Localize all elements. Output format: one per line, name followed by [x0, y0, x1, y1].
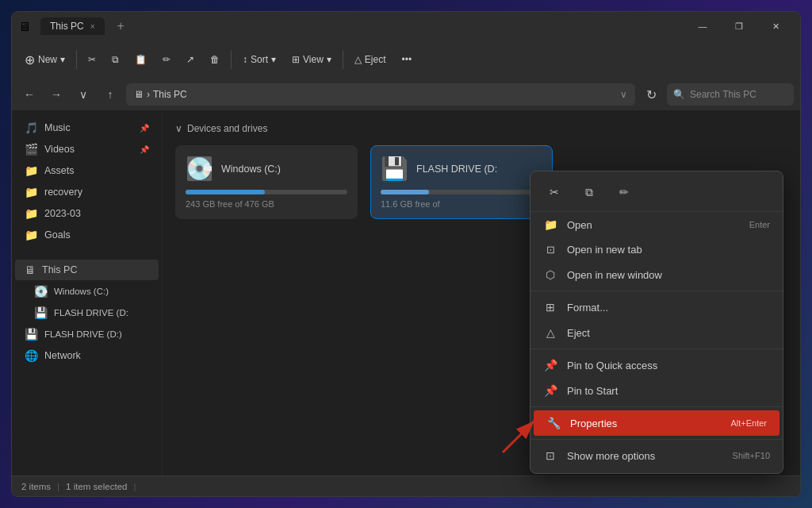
- new-button[interactable]: ⊕ New ▾: [18, 48, 71, 72]
- drive-card-windows-c[interactable]: 💽 Windows (C:) 243 GB free of 476 GB: [175, 145, 358, 219]
- ctx-open-new-tab[interactable]: ⊡ Open in new tab: [530, 237, 783, 262]
- music-icon: 🎵: [25, 121, 38, 134]
- delete-button[interactable]: 🗑: [204, 49, 226, 70]
- recovery-icon: 📁: [25, 186, 38, 198]
- sidebar-item-flash-d-2[interactable]: 💾 FLASH DRIVE (D:): [15, 324, 159, 344]
- ctx-open-new-window[interactable]: ⬡ Open in new window: [530, 262, 783, 287]
- sidebar-label-windows-c: Windows (C:): [54, 287, 109, 296]
- search-icon: 🔍: [673, 89, 685, 100]
- forward-icon: →: [51, 88, 62, 101]
- context-toolbar: ✂ ⧉ ✏: [530, 176, 783, 212]
- maximize-btn[interactable]: ❐: [721, 14, 757, 38]
- up-button[interactable]: ↑: [99, 83, 121, 106]
- cut-button[interactable]: ✂: [82, 49, 102, 70]
- ctx-properties[interactable]: 🔧 Properties Alt+Enter: [534, 410, 779, 436]
- sidebar-item-assets[interactable]: 📁 Assets: [15, 160, 159, 181]
- delete-icon: 🗑: [210, 54, 220, 65]
- address-field[interactable]: 🖥 › This PC ∨: [126, 83, 635, 106]
- ctx-properties-label: Properties: [570, 418, 617, 429]
- svg-line-1: [503, 421, 534, 452]
- active-tab[interactable]: This PC ×: [40, 17, 105, 35]
- drive-name-d: FLASH DRIVE (D:: [416, 164, 497, 175]
- sort-button[interactable]: ↕ Sort ▾: [236, 49, 282, 70]
- paste-button[interactable]: 📋: [128, 49, 153, 70]
- drive-bar-bg-d: [381, 190, 542, 194]
- windows-c-icon: 💽: [34, 285, 48, 298]
- sidebar-item-videos[interactable]: 🎬 Videos 📌: [15, 139, 159, 160]
- ctx-new-window-icon: ⬡: [543, 268, 557, 281]
- address-dropdown-icon[interactable]: ∨: [620, 89, 627, 100]
- share-button[interactable]: ↗: [180, 49, 201, 70]
- ctx-pin-start[interactable]: 📌 Pin to Start: [530, 378, 783, 403]
- ctx-open[interactable]: 📁 Open Enter: [530, 212, 783, 237]
- ctx-new-window-label: Open in new window: [567, 269, 662, 281]
- status-item-count: 2 items: [21, 482, 51, 491]
- ctx-properties-icon: 🔧: [546, 417, 561, 429]
- section-chevron-icon: ∨: [175, 123, 182, 134]
- ctx-format-label: Format...: [567, 302, 608, 314]
- view-button[interactable]: ⊞ View ▾: [285, 49, 338, 70]
- minimize-btn[interactable]: —: [684, 14, 721, 38]
- sidebar-item-network[interactable]: 🌐 Network: [15, 345, 159, 366]
- drive-info-c: 243 GB free of 476 GB: [186, 199, 347, 209]
- rename-button[interactable]: ✏: [156, 49, 177, 70]
- sidebar-item-thispc[interactable]: 🖥 This PC: [15, 260, 159, 280]
- sidebar-label-recovery: recovery: [44, 187, 82, 198]
- ctx-eject[interactable]: △ Eject: [530, 320, 783, 345]
- sidebar-item-goals[interactable]: 📁 Goals: [15, 225, 159, 245]
- ctx-more-label: Show more options: [567, 450, 655, 462]
- up-icon: ↑: [108, 88, 113, 101]
- section-title: ∨ Devices and drives: [175, 123, 787, 134]
- refresh-icon: ↻: [646, 87, 657, 102]
- ctx-copy-button[interactable]: ⧉: [575, 179, 603, 205]
- sidebar-label-flash-d1: FLASH DRIVE (D:: [54, 308, 128, 318]
- ctx-format[interactable]: ⊞ Format...: [530, 294, 783, 320]
- more-options-button[interactable]: •••: [396, 49, 419, 70]
- tab-close-btn[interactable]: ×: [90, 22, 95, 31]
- drive-card-flash-d[interactable]: 💾 FLASH DRIVE (D: 11.6 GB free of: [370, 145, 553, 219]
- drive-bar-fill-c: [186, 190, 265, 194]
- ctx-show-more[interactable]: ⊡ Show more options Shift+F10: [530, 443, 783, 468]
- sidebar-item-2023[interactable]: 📁 2023-03: [15, 203, 159, 224]
- context-menu: ✂ ⧉ ✏ 📁 Open Enter ⊡ Open in new tab ⬡ O…: [530, 171, 783, 474]
- dropdown-button[interactable]: ∨: [72, 83, 94, 106]
- sidebar-item-flash-d-1[interactable]: 💾 FLASH DRIVE (D:: [15, 302, 159, 323]
- share-icon: ↗: [186, 54, 194, 65]
- thispc-icon: 🖥: [25, 264, 36, 276]
- assets-icon: 📁: [25, 164, 38, 177]
- sidebar-item-music[interactable]: 🎵 Music 📌: [15, 117, 159, 138]
- search-placeholder: Search This PC: [690, 89, 756, 100]
- dropdown-icon: ∨: [79, 88, 87, 101]
- view-chevron-icon: ▾: [327, 54, 331, 65]
- copy-button[interactable]: ⧉: [105, 49, 125, 70]
- ctx-pin-quick[interactable]: 📌 Pin to Quick access: [530, 352, 783, 378]
- window-icon: 🖥: [18, 20, 31, 33]
- new-label: New: [38, 54, 57, 65]
- back-button[interactable]: ←: [18, 83, 40, 106]
- sidebar-item-recovery[interactable]: 📁 recovery: [15, 182, 159, 202]
- refresh-button[interactable]: ↻: [640, 83, 662, 106]
- forward-button[interactable]: →: [45, 83, 67, 106]
- drive-header-c: 💽 Windows (C:): [186, 156, 347, 182]
- window-controls: — ❐ ✕: [684, 14, 794, 38]
- videos-icon: 🎬: [25, 143, 38, 156]
- sidebar-item-windows-c[interactable]: 💽 Windows (C:): [15, 281, 159, 302]
- ctx-more-shortcut: Shift+F10: [733, 451, 770, 460]
- drive-bar-fill-d: [381, 190, 429, 194]
- ctx-rename-button[interactable]: ✏: [610, 179, 638, 205]
- sort-chevron-icon: ▾: [271, 54, 276, 65]
- view-label: View: [303, 54, 324, 65]
- ctx-sep-4: [530, 439, 783, 440]
- breadcrumb: 🖥 › This PC: [134, 89, 187, 100]
- addressbar: ← → ∨ ↑ 🖥 › This PC ∨ ↻ 🔍 Search This PC: [12, 79, 800, 110]
- ctx-open-icon: 📁: [543, 218, 557, 231]
- eject-button[interactable]: △ Eject: [348, 49, 393, 70]
- breadcrumb-separator: ›: [147, 89, 150, 100]
- search-bar[interactable]: 🔍 Search This PC: [667, 83, 794, 106]
- new-tab-btn[interactable]: +: [111, 19, 131, 33]
- status-selected: 1 item selected: [66, 482, 127, 491]
- ctx-eject-label: Eject: [567, 327, 590, 339]
- toolbar-separator-3: [343, 50, 343, 69]
- close-btn[interactable]: ✕: [757, 14, 794, 38]
- ctx-cut-button[interactable]: ✂: [540, 179, 569, 205]
